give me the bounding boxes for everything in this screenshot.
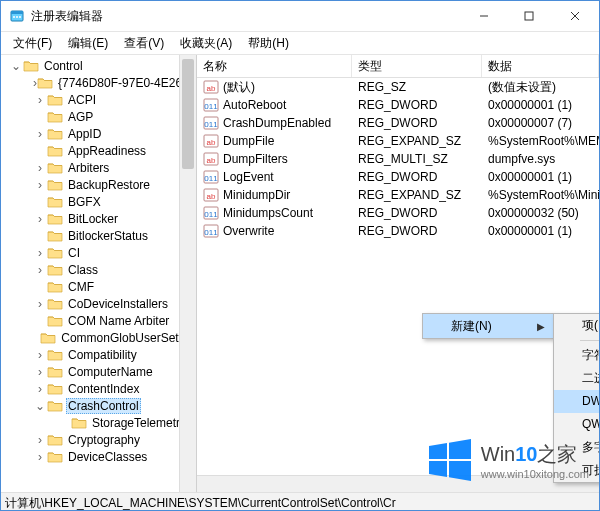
- ctx-item[interactable]: QWORD (64 位)值(Q): [554, 413, 599, 436]
- value-type: REG_DWORD: [352, 224, 482, 238]
- value-type-icon: ab: [203, 187, 219, 203]
- value-type-icon: ab: [203, 79, 219, 95]
- minimize-button[interactable]: [461, 1, 506, 31]
- tree-node[interactable]: ›DeviceClasses: [3, 448, 196, 465]
- tree-node[interactable]: ›ACPI: [3, 91, 196, 108]
- tree-node[interactable]: ⌄CrashControl: [3, 397, 196, 414]
- menu-file[interactable]: 文件(F): [5, 33, 60, 54]
- value-type: REG_MULTI_SZ: [352, 152, 482, 166]
- folder-icon: [47, 348, 63, 362]
- ctx-item[interactable]: 字符串值(S): [554, 344, 599, 367]
- tree-node[interactable]: ·StorageTelemetry: [3, 414, 196, 431]
- svg-text:ab: ab: [207, 156, 216, 165]
- folder-icon: [47, 297, 63, 311]
- scrollbar-thumb[interactable]: [182, 59, 194, 169]
- value-name: LogEvent: [223, 170, 274, 184]
- menu-edit[interactable]: 编辑(E): [60, 33, 116, 54]
- tree-node[interactable]: ›AppID: [3, 125, 196, 142]
- tree-node[interactable]: ›{7746D80F-97E0-4E26…: [3, 74, 196, 91]
- value-name: Overwrite: [223, 224, 274, 238]
- watermark: Win10之家 www.win10xitong.com: [425, 436, 589, 484]
- folder-icon: [23, 59, 39, 73]
- menu-favorites[interactable]: 收藏夹(A): [172, 33, 240, 54]
- svg-text:ab: ab: [207, 192, 216, 201]
- svg-text:ab: ab: [207, 138, 216, 147]
- svg-point-2: [13, 16, 15, 18]
- titlebar[interactable]: 注册表编辑器: [1, 1, 599, 32]
- maximize-button[interactable]: [506, 1, 551, 31]
- tree-node[interactable]: ›BackupRestore: [3, 176, 196, 193]
- value-row[interactable]: 011OverwriteREG_DWORD0x00000001 (1): [197, 222, 599, 240]
- tree-node[interactable]: ›BitLocker: [3, 210, 196, 227]
- ctx-item[interactable]: DWORD (32 位)值(D): [554, 390, 599, 413]
- win10-logo-icon: [425, 436, 473, 484]
- tree-label: StorageTelemetry: [90, 416, 188, 430]
- value-data: %SystemRoot%\Minid: [482, 188, 599, 202]
- column-headers[interactable]: 名称 类型 数据: [197, 55, 599, 78]
- tree-label: BGFX: [66, 195, 103, 209]
- value-name: MinidumpDir: [223, 188, 290, 202]
- tree-node[interactable]: ·BitlockerStatus: [3, 227, 196, 244]
- folder-icon: [47, 212, 63, 226]
- statusbar: 计算机\HKEY_LOCAL_MACHINE\SYSTEM\CurrentCon…: [1, 492, 599, 511]
- tree-node[interactable]: ›Arbiters: [3, 159, 196, 176]
- value-row[interactable]: 011MinidumpsCountREG_DWORD0x00000032 (50…: [197, 204, 599, 222]
- ctx-new[interactable]: 新建(N) ▶: [423, 314, 553, 338]
- tree-node[interactable]: ›Cryptography: [3, 431, 196, 448]
- menu-view[interactable]: 查看(V): [116, 33, 172, 54]
- svg-marker-28: [449, 439, 471, 459]
- svg-text:011: 011: [204, 228, 218, 237]
- value-type-icon: ab: [203, 133, 219, 149]
- tree-node[interactable]: ›ComputerName: [3, 363, 196, 380]
- app-icon: [9, 8, 25, 24]
- col-data[interactable]: 数据: [482, 55, 599, 77]
- values-pane[interactable]: 名称 类型 数据 ab(默认)REG_SZ(数值未设置)011AutoReboo…: [197, 55, 599, 492]
- tree-pane[interactable]: ⌄Control›{7746D80F-97E0-4E26…›ACPI·AGP›A…: [1, 55, 197, 492]
- menu-help[interactable]: 帮助(H): [240, 33, 297, 54]
- value-type-icon: ab: [203, 151, 219, 167]
- value-row[interactable]: 011CrashDumpEnabledREG_DWORD0x00000007 (…: [197, 114, 599, 132]
- tree-node[interactable]: ·AppReadiness: [3, 142, 196, 159]
- value-row[interactable]: 011LogEventREG_DWORD0x00000001 (1): [197, 168, 599, 186]
- value-row[interactable]: abDumpFiltersREG_MULTI_SZdumpfve.sys: [197, 150, 599, 168]
- value-row[interactable]: ab(默认)REG_SZ(数值未设置): [197, 78, 599, 96]
- col-type[interactable]: 类型: [352, 55, 482, 77]
- col-name[interactable]: 名称: [197, 55, 352, 77]
- menu-separator: [580, 340, 599, 341]
- tree-node[interactable]: ›Class: [3, 261, 196, 278]
- tree-node[interactable]: ·CommonGlobUserSett…: [3, 329, 196, 346]
- svg-rect-6: [525, 12, 533, 20]
- tree-node-control[interactable]: ⌄Control: [3, 57, 196, 74]
- value-type: REG_DWORD: [352, 170, 482, 184]
- tree-node[interactable]: ›CI: [3, 244, 196, 261]
- tree-node[interactable]: ·CMF: [3, 278, 196, 295]
- value-data: 0x00000007 (7): [482, 116, 599, 130]
- folder-icon: [47, 161, 63, 175]
- watermark-brand: Win10之家: [481, 441, 589, 468]
- value-row[interactable]: abMinidumpDirREG_EXPAND_SZ%SystemRoot%\M…: [197, 186, 599, 204]
- tree-label: CommonGlobUserSett…: [59, 331, 196, 345]
- value-row[interactable]: 011AutoRebootREG_DWORD0x00000001 (1): [197, 96, 599, 114]
- value-row[interactable]: abDumpFileREG_EXPAND_SZ%SystemRoot%\MEM: [197, 132, 599, 150]
- tree-node[interactable]: ›Compatibility: [3, 346, 196, 363]
- ctx-item[interactable]: 二进制值(B): [554, 367, 599, 390]
- folder-icon: [40, 331, 56, 345]
- svg-text:011: 011: [204, 102, 218, 111]
- folder-icon: [47, 280, 63, 294]
- tree-label: COM Name Arbiter: [66, 314, 171, 328]
- value-type-icon: 011: [203, 223, 219, 239]
- folder-icon: [47, 195, 63, 209]
- tree-node[interactable]: ·COM Name Arbiter: [3, 312, 196, 329]
- tree-node[interactable]: ·BGFX: [3, 193, 196, 210]
- tree-scrollbar[interactable]: [179, 55, 196, 492]
- watermark-url: www.win10xitong.com: [481, 468, 589, 480]
- folder-icon: [47, 93, 63, 107]
- menubar: 文件(F) 编辑(E) 查看(V) 收藏夹(A) 帮助(H): [1, 32, 599, 55]
- tree-label: AGP: [66, 110, 95, 124]
- close-button[interactable]: [551, 1, 599, 31]
- tree-label: BitlockerStatus: [66, 229, 150, 243]
- tree-node[interactable]: ›ContentIndex: [3, 380, 196, 397]
- tree-node[interactable]: ›CoDeviceInstallers: [3, 295, 196, 312]
- ctx-item[interactable]: 项(K): [554, 314, 599, 337]
- tree-node[interactable]: ·AGP: [3, 108, 196, 125]
